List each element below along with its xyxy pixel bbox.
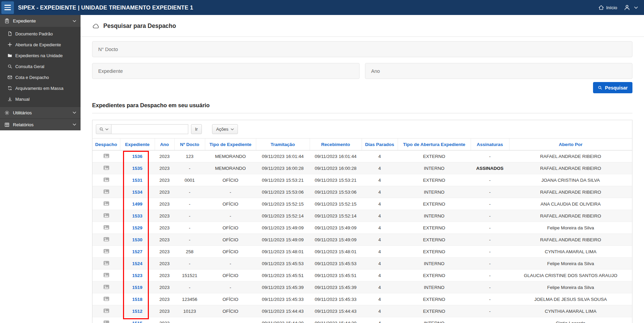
expediente-link[interactable]: 1535 [132,166,142,171]
column-header-tipo-expediente[interactable]: Tipo de Expediente [205,139,256,150]
expediente-link[interactable]: 1531 [132,178,142,183]
assinaturas-cell: - [471,281,509,293]
sidebar-item-cota-e-despacho[interactable]: Cota e Despacho [0,72,81,83]
despacho-image-icon[interactable] [103,320,109,323]
pesquisar-label: Pesquisar [605,85,628,91]
column-header-tramitacao[interactable]: Tramitação [256,139,310,150]
recebimento-cell: 09/11/2023 15:53:21 [310,174,362,186]
ndocto-cell: 10123 [174,305,205,317]
sidebar-item-consulta-geral[interactable]: Consulta Geral [0,61,81,72]
despacho-image-icon[interactable] [103,261,109,265]
expediente-link[interactable]: 1527 [132,249,142,254]
despacho-image-icon[interactable] [103,225,109,230]
user-menu[interactable] [624,4,638,11]
expediente-link[interactable]: 1533 [132,213,142,219]
ndocto-input[interactable] [92,41,632,57]
sidebar-item-label: Documento Padrão [15,31,53,36]
ano-input[interactable] [365,63,632,79]
sidebar-section-utilitarios[interactable]: Utilitários [0,107,81,118]
despacho-image-icon[interactable] [103,165,109,170]
table-row: 1527 2023 258 OFÍCIO 09/11/2023 15:48:01… [92,246,632,258]
despacho-image-icon[interactable] [103,177,109,182]
expediente-cell: 1527 [120,246,155,258]
report-search-input[interactable] [111,124,188,134]
despacho-cell [92,198,120,210]
search-column-selector[interactable] [96,124,111,134]
expediente-link[interactable]: 1518 [132,297,142,302]
tipo-abertura-cell: INTERNO [398,281,471,293]
home-button[interactable]: Início [598,5,617,10]
table-row: 1529 2023 - OFÍCIO 09/11/2023 15:49:09 0… [92,222,632,234]
column-header-recebimento[interactable]: Recebimento [310,139,362,150]
sidebar-section-expediente[interactable]: Expediente [0,15,81,27]
despacho-image-icon[interactable] [103,189,109,194]
go-button[interactable]: Ir [191,124,202,134]
column-header-aberto-por[interactable]: Aberto Por [509,139,632,150]
report-title: Expedientes para Despacho em seu usuário [92,102,632,113]
recebimento-cell: 09/11/2023 15:53:06 [310,186,362,198]
expediente-link[interactable]: 1519 [132,285,142,290]
table-row: 1523 2023 151521 OFÍCIO 09/11/2023 15:45… [92,270,632,281]
home-icon [598,5,604,10]
dias-parados-cell: 4 [362,162,398,174]
column-header-assinaturas[interactable]: Assinaturas [471,139,509,150]
actions-button[interactable]: Ações [212,124,238,134]
recebimento-cell: 09/11/2023 15:45:33 [310,293,362,305]
expediente-link[interactable]: 1534 [132,190,142,195]
sidebar: Expediente Documento Padrão Abertura de … [0,15,81,323]
expediente-cell: 1499 [120,198,155,210]
despacho-image-icon[interactable] [103,213,109,218]
expediente-link[interactable]: 1512 [132,309,142,314]
despacho-image-icon[interactable] [103,308,109,313]
despacho-image-icon[interactable] [103,237,109,242]
column-header-despacho[interactable]: Despacho [92,139,120,150]
sidebar-item-label: Cota e Despacho [15,75,49,80]
expediente-link[interactable]: 1529 [132,225,142,230]
expediente-link[interactable]: 1515 [132,321,142,323]
sidebar-item-arquivamento-em-massa[interactable]: Arquivamento em Massa [0,83,81,94]
sidebar-item-documento-padrao[interactable]: Documento Padrão [0,28,81,39]
expediente-cell: 1524 [120,258,155,270]
expediente-link[interactable]: 1530 [132,237,142,242]
despacho-image-icon[interactable] [103,249,109,254]
column-header-expediente[interactable]: Expediente [120,139,155,150]
aberto-por-cell: RAFAEL ANDRADE RIBEIRO [509,150,632,162]
ndocto-cell: - [174,258,205,270]
assinaturas-cell: - [471,246,509,258]
table-row: 1534 2023 - - 09/11/2023 15:53:06 09/11/… [92,186,632,198]
actions-label: Ações [216,127,228,132]
sidebar-item-manual[interactable]: Manual [0,94,81,104]
column-header-dias-parados[interactable]: Dias Parados [362,139,398,150]
interactive-report: Ir Ações Despacho Expediente Ano [92,120,632,323]
tipo-abertura-cell: EXTERNO [398,234,471,246]
sidebar-section-relatorios[interactable]: Relatórios [0,118,81,130]
column-header-ndocto[interactable]: Nº Docto [174,139,205,150]
despacho-image-icon[interactable] [103,273,109,277]
column-header-tipo-abertura[interactable]: Tipo de Abertura Expediente [398,139,471,150]
report-region: Expedientes para Despacho em seu usuário… [81,93,644,323]
recebimento-cell: 09/11/2023 15:45:51 [310,270,362,281]
tipo-expediente-cell: MEMORANDO [205,162,256,174]
expediente-link[interactable]: 1536 [132,154,142,159]
despacho-image-icon[interactable] [103,201,109,206]
expediente-link[interactable]: 1523 [132,273,142,278]
dias-parados-cell: 4 [362,210,398,222]
despacho-image-icon[interactable] [103,285,109,289]
despacho-image-icon[interactable] [103,154,109,158]
sidebar-item-expedientes-na-unidade[interactable]: Expedientes na Unidade [0,50,81,61]
pesquisar-button[interactable]: Pesquisar [593,82,632,93]
expediente-input[interactable] [92,63,360,79]
ndocto-cell: - [174,234,205,246]
expediente-link[interactable]: 1499 [132,201,142,207]
page-title-bar: Pesquisar para Despacho [81,15,644,37]
main-content: Pesquisar para Despacho Pesquisar Expedi… [81,15,644,323]
sync-icon [7,86,12,91]
expediente-cell: 1523 [120,270,155,281]
expediente-link[interactable]: 1524 [132,261,142,266]
tramitacao-cell: 09/11/2023 15:44:43 [256,305,310,317]
column-header-ano[interactable]: Ano [155,139,174,150]
sidebar-item-abertura-de-expediente[interactable]: Abertura de Expediente [0,39,81,50]
despacho-image-icon[interactable] [103,296,109,301]
aberto-por-cell: Felipe Moreira da Silva [509,222,632,234]
menu-icon[interactable] [1,1,14,14]
